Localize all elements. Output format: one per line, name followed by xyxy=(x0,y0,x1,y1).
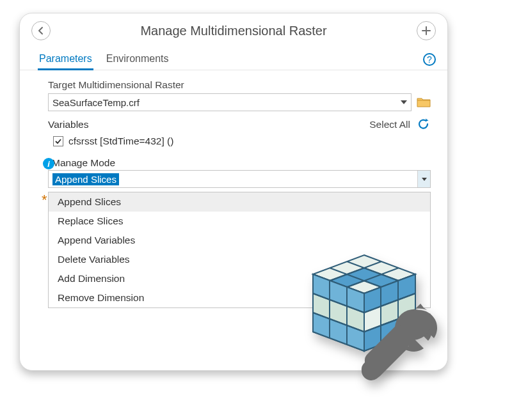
panel-header: Manage Multidimensional Raster xyxy=(20,13,447,43)
target-raster-input[interactable]: SeaSurfaceTemp.crf xyxy=(48,93,412,111)
chevron-down-icon xyxy=(401,100,407,104)
chevron-down-icon xyxy=(422,178,427,181)
variable-checkbox[interactable] xyxy=(53,136,63,146)
panel-body: Target Multidimensional Raster SeaSurfac… xyxy=(20,70,447,317)
manage-mode-selected: Append Slices xyxy=(52,173,119,185)
option-remove-dimension[interactable]: Remove Dimension xyxy=(49,288,430,307)
variable-text: cfsrsst [StdTime=432] () xyxy=(68,136,173,147)
option-add-dimension[interactable]: Add Dimension xyxy=(49,269,430,288)
plus-icon xyxy=(421,26,431,36)
required-icon: * xyxy=(42,192,47,208)
svg-marker-17 xyxy=(364,313,415,351)
tab-parameters[interactable]: Parameters xyxy=(38,49,93,70)
refresh-button[interactable] xyxy=(417,118,431,132)
variables-label: Variables xyxy=(48,119,369,130)
manage-mode-row: i Manage Mode xyxy=(39,157,431,169)
target-raster-label: Target Multidimensional Raster xyxy=(48,79,431,91)
refresh-icon xyxy=(417,118,430,131)
svg-marker-9 xyxy=(313,313,364,351)
option-append-variables[interactable]: Append Variables xyxy=(49,231,430,250)
manage-mode-options: Append Slices Replace Slices Append Vari… xyxy=(48,192,431,308)
tabs: Parameters Environments ? xyxy=(20,43,447,70)
target-raster-value: SeaSurfaceTemp.crf xyxy=(52,97,140,108)
folder-icon xyxy=(417,97,431,108)
manage-mode-label: Manage Mode xyxy=(52,157,115,168)
panel-title: Manage Multidimensional Raster xyxy=(51,24,417,38)
help-button[interactable]: ? xyxy=(423,53,436,66)
target-raster-field: Target Multidimensional Raster SeaSurfac… xyxy=(36,79,431,111)
info-icon[interactable]: i xyxy=(43,158,54,169)
add-button[interactable] xyxy=(417,21,436,40)
option-delete-variables[interactable]: Delete Variables xyxy=(49,250,430,269)
option-replace-slices[interactable]: Replace Slices xyxy=(49,212,430,231)
select-all-link[interactable]: Select All xyxy=(369,119,410,130)
arrow-left-icon xyxy=(36,26,46,36)
tab-environments[interactable]: Environments xyxy=(105,49,170,70)
help-icon: ? xyxy=(427,54,432,65)
back-button[interactable] xyxy=(31,21,51,40)
browse-button[interactable] xyxy=(417,97,431,108)
tool-panel: Manage Multidimensional Raster Parameter… xyxy=(19,13,448,371)
variable-item[interactable]: cfsrsst [StdTime=432] () xyxy=(53,136,431,147)
manage-mode-dropdown[interactable]: Append Slices xyxy=(48,170,431,188)
check-icon xyxy=(54,137,62,145)
option-append-slices[interactable]: Append Slices xyxy=(49,192,430,212)
variables-header: Variables Select All xyxy=(48,118,431,132)
dropdown-toggle[interactable] xyxy=(417,171,430,187)
